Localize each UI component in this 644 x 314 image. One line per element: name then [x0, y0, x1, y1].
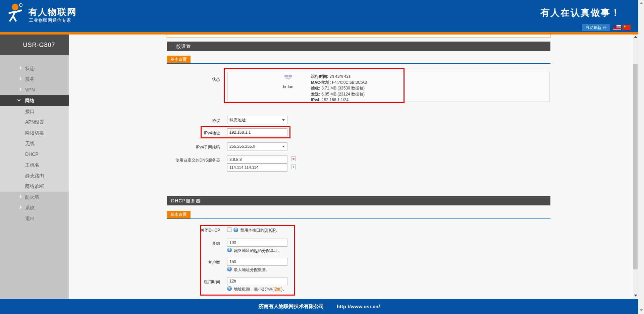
netmask-select[interactable]: 255.255.255.0 [227, 142, 287, 150]
protocol-label: 协议 [136, 118, 220, 124]
status-line: MAC-地址: F4:70:0C:6B:3C:A3 [311, 80, 367, 86]
dhcp-limit-help: 最大地址分配数量。 [234, 267, 270, 273]
header-orange-strip [0, 32, 638, 35]
dhcp-limit-label: 客户数 [136, 260, 220, 265]
netmask-label: IPv4子网掩码 [136, 144, 220, 150]
chevron-right-icon [18, 66, 22, 70]
tab-underline [167, 218, 550, 219]
status-line: 接收: 3.71 MB (33530 数据包) [311, 85, 367, 91]
footer-url-link[interactable]: http://www.usr.cn/ [337, 304, 380, 309]
main-content: 一般设置 基本设置 状态 br-lan 运行时间: 3h 43m 43s MAC… [69, 35, 633, 299]
status-line: 发送: 6.05 MB (23124 数据包) [311, 91, 367, 98]
scroll-down-icon[interactable] [634, 295, 637, 297]
tab-underline [167, 63, 550, 64]
dns-server-input-2[interactable] [227, 164, 287, 171]
device-model-title: USR-G807 [0, 35, 69, 55]
status-line: IPv4: 192.168.1.1/24 [311, 97, 367, 103]
chevron-down-icon [17, 98, 21, 102]
dns-add-button[interactable]: + [291, 165, 296, 169]
dhcp-start-input[interactable] [227, 239, 287, 246]
dns-delete-button[interactable]: × [291, 156, 296, 161]
language-english-flag-icon[interactable] [613, 25, 621, 30]
content-scrollbar[interactable] [633, 35, 638, 299]
sidebar-item-static-routes[interactable]: 静态路由 [0, 170, 69, 181]
slogan-text: 有人在认真做事！ [540, 7, 621, 19]
select-dropdown-arrow-icon [282, 119, 285, 121]
sidebar-item-hostname[interactable]: 主机名 [0, 160, 69, 170]
dns-input1-wrap [227, 155, 287, 164]
dhcp-leasetime-input-wrap [227, 277, 287, 285]
help-icon: ? [227, 286, 232, 291]
page-footer: 济南有人物联网技术有限公司 http://www.usr.cn/ [0, 299, 638, 314]
scroll-up-icon[interactable] [634, 36, 637, 38]
router-admin-page: 有人物联网 工业物联网通信专家 有人在认真做事！ 自动刷新 开 ★★★ USR-… [0, 0, 644, 314]
top-header: 有人物联网 工业物联网通信专家 有人在认真做事！ 自动刷新 开 ★★★ [0, 0, 638, 32]
dhcp-leasetime-help: 地址租期，最小2分钟(2m)。 [234, 287, 286, 292]
sidebar-item-services[interactable]: 服务 [0, 74, 69, 84]
help-icon: ? [233, 228, 238, 232]
sidebar-item-wireless[interactable]: 无线 [0, 138, 69, 149]
status-field-label: 状态 [136, 77, 220, 82]
leasetime-min-code: 2m [274, 287, 281, 292]
general-section-title: 一般设置 [167, 42, 550, 51]
status-line: 运行时间: 3h 43m 43s [311, 74, 367, 80]
dns-server-input-1[interactable] [227, 156, 287, 163]
chevron-right-icon [18, 195, 22, 198]
dns-label: 使用自定义的DNS服务器 [136, 158, 220, 163]
help-icon: ? [227, 267, 232, 271]
auto-refresh-toggle[interactable]: 自动刷新 开 [582, 24, 610, 31]
select-dropdown-arrow-icon [282, 146, 285, 147]
interface-status-lines: 运行时间: 3h 43m 43s MAC-地址: F4:70:0C:6B:3C:… [311, 74, 367, 103]
interface-cell: br-lan [268, 75, 308, 89]
help-icon: ? [227, 248, 232, 252]
tab-basic-settings-general[interactable]: 基本设置 [167, 56, 191, 63]
scroll-down-icon[interactable] [640, 309, 643, 311]
chevron-right-icon [18, 88, 22, 91]
dhcp-abbr: DHCP [264, 228, 276, 233]
tab-basic-settings-dhcp[interactable]: 基本设置 [167, 211, 191, 218]
ipv4-address-input[interactable] [227, 129, 287, 136]
usr-logo-icon [6, 3, 25, 24]
scroll-up-icon[interactable] [640, 2, 643, 4]
sidebar-item-apn[interactable]: APN设置 [0, 117, 69, 127]
sidebar-item-system[interactable]: 系统 [0, 202, 69, 213]
dns-input2-wrap [227, 164, 287, 172]
brand-subtitle: 工业物联网通信专家 [29, 17, 71, 23]
footer-company: 济南有人物联网技术有限公司 [259, 303, 324, 310]
interface-name: br-lan [268, 84, 308, 89]
dhcp-start-input-wrap [227, 239, 287, 247]
window-scrollbar[interactable] [638, 0, 644, 314]
dhcp-limit-input[interactable] [227, 258, 287, 265]
chevron-right-icon [18, 77, 22, 80]
language-chinese-flag-icon[interactable]: ★★★ [623, 25, 631, 30]
sidebar-item-interfaces[interactable]: 接口 [0, 106, 69, 117]
sidebar-nav: USR-G807 状态 服务 VPN 网络 接口 APN设置 网络切换 无线 D… [0, 35, 69, 299]
sidebar-item-status[interactable]: 状态 [0, 63, 69, 74]
ipv4-input-wrap [227, 128, 287, 136]
content-scrollbar-thumb[interactable] [633, 64, 638, 269]
sidebar-item-logout[interactable]: 退出 [0, 213, 69, 224]
disable-dhcp-help: 禁用本接口的DHCP。 [240, 228, 280, 233]
interface-status-box: br-lan 运行时间: 3h 43m 43s MAC-地址: F4:70:0C… [227, 72, 550, 102]
sidebar-item-vpn[interactable]: VPN [0, 84, 69, 95]
disable-dhcp-checkbox[interactable] [227, 228, 231, 232]
dhcp-start-help: 网络地址的起始分配基址。 [234, 248, 282, 254]
disable-dhcp-label: 关闭DHCP [136, 228, 220, 233]
dhcp-section-title: DHCP服务器 [167, 196, 550, 205]
sidebar-item-netswitch[interactable]: 网络切换 [0, 127, 69, 138]
sidebar-item-diagnostics[interactable]: 网络诊断 [0, 181, 69, 192]
protocol-select[interactable]: 静态地址 [227, 116, 287, 124]
chevron-right-icon [18, 206, 22, 209]
dhcp-leasetime-label: 租用时间 [136, 279, 220, 285]
dhcp-limit-input-wrap [227, 258, 287, 266]
clipped-tab-box [167, 35, 550, 38]
sidebar-item-network[interactable]: 网络 [0, 95, 69, 106]
dhcp-start-label: 开始 [136, 241, 220, 246]
network-interface-icon [284, 75, 292, 80]
sidebar-item-firewall[interactable]: 防火墙 [0, 192, 69, 202]
sidebar-item-dhcp[interactable]: DHCP [0, 149, 69, 160]
ipv4-label: IPv4地址 [136, 130, 220, 136]
brand-title: 有人物联网 [28, 6, 77, 18]
dhcp-leasetime-input[interactable] [227, 277, 287, 285]
